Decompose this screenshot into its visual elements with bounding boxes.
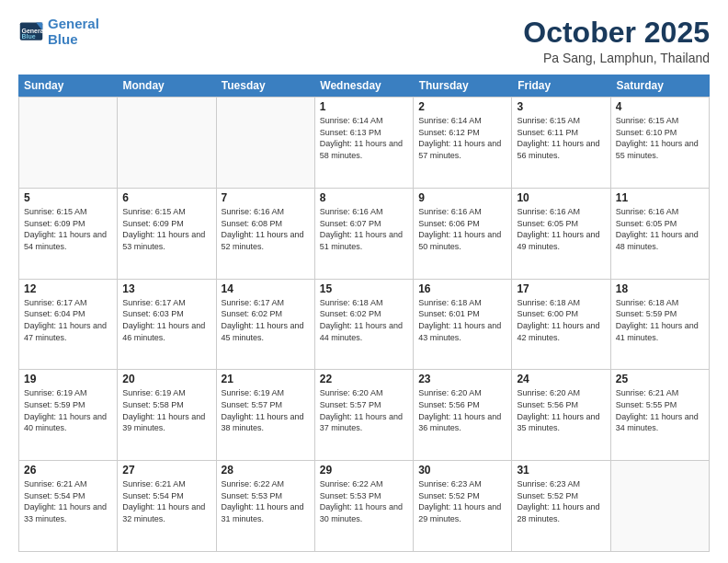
day-number: 29 bbox=[320, 464, 408, 477]
header-friday: Friday bbox=[512, 75, 610, 97]
daylight-text: Daylight: 11 hours and 40 minutes. bbox=[24, 411, 112, 434]
day-number: 3 bbox=[517, 100, 605, 113]
calendar-cell-4-0: 26Sunrise: 6:21 AMSunset: 5:54 PMDayligh… bbox=[19, 461, 118, 551]
daylight-text: Daylight: 11 hours and 34 minutes. bbox=[616, 411, 704, 434]
sunrise-text: Sunrise: 6:16 AM bbox=[222, 206, 310, 218]
day-number: 5 bbox=[24, 191, 112, 204]
sunrise-text: Sunrise: 6:15 AM bbox=[122, 206, 210, 218]
calendar-cell-0-3: 1Sunrise: 6:14 AMSunset: 6:13 PMDaylight… bbox=[315, 98, 414, 188]
day-number: 2 bbox=[418, 100, 506, 113]
daylight-text: Daylight: 11 hours and 32 minutes. bbox=[122, 501, 210, 524]
header-wednesday: Wednesday bbox=[314, 75, 413, 97]
day-number: 24 bbox=[517, 373, 605, 385]
logo: General Blue GeneralBlue bbox=[18, 17, 99, 47]
calendar-cell-1-1: 6Sunrise: 6:15 AMSunset: 6:09 PMDaylight… bbox=[118, 189, 216, 279]
sunset-text: Sunset: 5:52 PM bbox=[517, 490, 605, 502]
sunrise-text: Sunrise: 6:20 AM bbox=[517, 387, 605, 399]
calendar-cell-2-5: 17Sunrise: 6:18 AMSunset: 6:00 PMDayligh… bbox=[512, 280, 610, 370]
day-number: 4 bbox=[616, 100, 704, 113]
calendar-body: 1Sunrise: 6:14 AMSunset: 6:13 PMDaylight… bbox=[18, 97, 710, 552]
daylight-text: Daylight: 11 hours and 53 minutes. bbox=[122, 229, 210, 252]
calendar-cell-2-3: 15Sunrise: 6:18 AMSunset: 6:02 PMDayligh… bbox=[315, 280, 414, 370]
sunset-text: Sunset: 5:56 PM bbox=[418, 399, 506, 411]
sunrise-text: Sunrise: 6:22 AM bbox=[320, 478, 408, 490]
sunrise-text: Sunrise: 6:14 AM bbox=[418, 115, 506, 127]
calendar-cell-3-1: 20Sunrise: 6:19 AMSunset: 5:58 PMDayligh… bbox=[118, 370, 216, 460]
svg-text:Blue: Blue bbox=[22, 33, 36, 40]
day-number: 14 bbox=[222, 282, 310, 295]
sunset-text: Sunset: 5:57 PM bbox=[320, 399, 408, 411]
sunset-text: Sunset: 5:55 PM bbox=[616, 399, 704, 411]
daylight-text: Daylight: 11 hours and 33 minutes. bbox=[24, 501, 112, 524]
calendar-row-3: 19Sunrise: 6:19 AMSunset: 5:59 PMDayligh… bbox=[18, 369, 710, 460]
day-number: 28 bbox=[222, 464, 310, 477]
day-number: 19 bbox=[24, 373, 112, 385]
header-monday: Monday bbox=[117, 75, 215, 97]
sunset-text: Sunset: 6:03 PM bbox=[122, 308, 210, 320]
day-number: 11 bbox=[616, 191, 704, 204]
sunset-text: Sunset: 6:10 PM bbox=[616, 127, 704, 139]
sunrise-text: Sunrise: 6:20 AM bbox=[418, 387, 506, 399]
daylight-text: Daylight: 11 hours and 48 minutes. bbox=[616, 229, 704, 252]
calendar-cell-4-4: 30Sunrise: 6:23 AMSunset: 5:52 PMDayligh… bbox=[414, 461, 512, 551]
sunset-text: Sunset: 5:53 PM bbox=[222, 490, 310, 502]
day-number: 15 bbox=[320, 282, 408, 295]
sunset-text: Sunset: 5:54 PM bbox=[24, 490, 112, 502]
header-tuesday: Tuesday bbox=[216, 75, 314, 97]
daylight-text: Daylight: 11 hours and 57 minutes. bbox=[418, 138, 506, 161]
calendar-cell-0-2 bbox=[217, 98, 315, 188]
calendar-cell-2-6: 18Sunrise: 6:18 AMSunset: 5:59 PMDayligh… bbox=[611, 280, 710, 370]
calendar-cell-4-6 bbox=[611, 461, 710, 551]
sunset-text: Sunset: 6:11 PM bbox=[517, 127, 605, 139]
day-number: 1 bbox=[320, 100, 408, 113]
sunset-text: Sunset: 5:59 PM bbox=[616, 308, 704, 320]
sunrise-text: Sunrise: 6:16 AM bbox=[517, 206, 605, 218]
sunset-text: Sunset: 5:53 PM bbox=[320, 490, 408, 502]
day-number: 25 bbox=[616, 373, 704, 385]
header-sunday: Sunday bbox=[18, 75, 117, 97]
sunset-text: Sunset: 6:04 PM bbox=[24, 308, 112, 320]
logo-text: GeneralBlue bbox=[48, 17, 99, 47]
calendar-cell-0-5: 3Sunrise: 6:15 AMSunset: 6:11 PMDaylight… bbox=[512, 98, 610, 188]
calendar-cell-1-0: 5Sunrise: 6:15 AMSunset: 6:09 PMDaylight… bbox=[19, 189, 118, 279]
sunrise-text: Sunrise: 6:19 AM bbox=[24, 387, 112, 399]
sunrise-text: Sunrise: 6:15 AM bbox=[517, 115, 605, 127]
daylight-text: Daylight: 11 hours and 37 minutes. bbox=[320, 411, 408, 434]
day-number: 18 bbox=[616, 282, 704, 295]
day-number: 31 bbox=[517, 464, 605, 477]
title-block: October 2025 Pa Sang, Lamphun, Thailand bbox=[523, 17, 710, 65]
day-number: 26 bbox=[24, 464, 112, 477]
calendar-cell-3-6: 25Sunrise: 6:21 AMSunset: 5:55 PMDayligh… bbox=[611, 370, 710, 460]
calendar-row-1: 5Sunrise: 6:15 AMSunset: 6:09 PMDaylight… bbox=[18, 188, 710, 279]
calendar-cell-3-5: 24Sunrise: 6:20 AMSunset: 5:56 PMDayligh… bbox=[512, 370, 610, 460]
daylight-text: Daylight: 11 hours and 55 minutes. bbox=[616, 138, 704, 161]
calendar-cell-0-6: 4Sunrise: 6:15 AMSunset: 6:10 PMDaylight… bbox=[611, 98, 710, 188]
calendar: Sunday Monday Tuesday Wednesday Thursday… bbox=[18, 75, 710, 552]
sunset-text: Sunset: 6:01 PM bbox=[418, 308, 506, 320]
day-number: 6 bbox=[122, 191, 210, 204]
calendar-cell-0-4: 2Sunrise: 6:14 AMSunset: 6:12 PMDaylight… bbox=[414, 98, 512, 188]
calendar-cell-1-4: 9Sunrise: 6:16 AMSunset: 6:06 PMDaylight… bbox=[414, 189, 512, 279]
calendar-cell-2-1: 13Sunrise: 6:17 AMSunset: 6:03 PMDayligh… bbox=[118, 280, 216, 370]
calendar-cell-1-2: 7Sunrise: 6:16 AMSunset: 6:08 PMDaylight… bbox=[217, 189, 315, 279]
daylight-text: Daylight: 11 hours and 41 minutes. bbox=[616, 320, 704, 343]
calendar-page: General Blue GeneralBlue October 2025 Pa… bbox=[0, 0, 728, 563]
day-number: 9 bbox=[418, 191, 506, 204]
day-number: 16 bbox=[418, 282, 506, 295]
calendar-row-2: 12Sunrise: 6:17 AMSunset: 6:04 PMDayligh… bbox=[18, 279, 710, 370]
sunrise-text: Sunrise: 6:21 AM bbox=[24, 478, 112, 490]
sunset-text: Sunset: 6:02 PM bbox=[320, 308, 408, 320]
daylight-text: Daylight: 11 hours and 51 minutes. bbox=[320, 229, 408, 252]
day-number: 22 bbox=[320, 373, 408, 385]
sunset-text: Sunset: 6:07 PM bbox=[320, 218, 408, 230]
calendar-cell-4-1: 27Sunrise: 6:21 AMSunset: 5:54 PMDayligh… bbox=[118, 461, 216, 551]
sunrise-text: Sunrise: 6:15 AM bbox=[24, 206, 112, 218]
day-number: 27 bbox=[122, 464, 210, 477]
calendar-cell-1-3: 8Sunrise: 6:16 AMSunset: 6:07 PMDaylight… bbox=[315, 189, 414, 279]
day-number: 12 bbox=[24, 282, 112, 295]
sunset-text: Sunset: 5:59 PM bbox=[24, 399, 112, 411]
sunset-text: Sunset: 5:57 PM bbox=[222, 399, 310, 411]
daylight-text: Daylight: 11 hours and 38 minutes. bbox=[222, 411, 310, 434]
calendar-cell-4-2: 28Sunrise: 6:22 AMSunset: 5:53 PMDayligh… bbox=[217, 461, 315, 551]
calendar-row-0: 1Sunrise: 6:14 AMSunset: 6:13 PMDaylight… bbox=[18, 97, 710, 188]
